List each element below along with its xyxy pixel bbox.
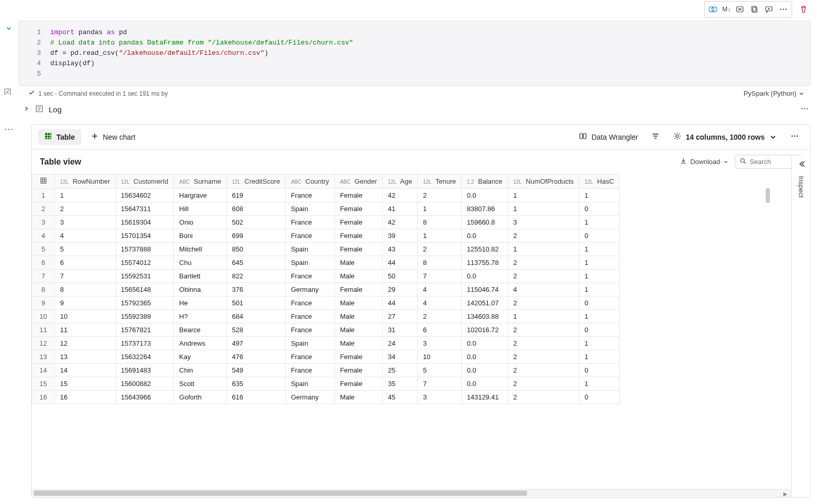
column-header[interactable]: 12L Tenure (417, 174, 461, 189)
table-row[interactable]: 3315619304Onio502FranceFemale428159660.8… (32, 216, 620, 229)
table-row[interactable]: 101015592389H?684FranceMale272134603.881… (32, 310, 620, 323)
copy-icon[interactable] (747, 3, 762, 16)
filter-button[interactable] (646, 129, 665, 145)
table-row[interactable]: 141415691483Chin549FranceFemale2550.020 (32, 364, 620, 377)
svg-rect-17 (48, 136, 50, 138)
column-header[interactable]: ABC Surname (174, 174, 227, 189)
table-row[interactable]: 111115767821Bearce528FranceMale316102016… (32, 323, 620, 337)
more-icon[interactable] (776, 3, 791, 16)
data-wrangler-button[interactable]: Data Wrangler (574, 129, 643, 145)
table-row[interactable]: 5515737888Mitchell850SpainFemale43212551… (32, 243, 620, 256)
data-cell: Female (334, 377, 383, 391)
language-icon[interactable] (706, 3, 720, 16)
table-row[interactable]: 151515600882Scott635SpainFemale3570.021 (32, 377, 620, 391)
collapse-cell-icon[interactable] (5, 25, 12, 34)
column-header[interactable]: 12L CustomerId (115, 174, 174, 189)
horizontal-scrollbar[interactable]: ◀ ▶ (32, 489, 791, 497)
data-cell: 15634602 (115, 189, 174, 202)
data-cell: 0 (579, 202, 620, 216)
data-cell: 39 (383, 229, 418, 243)
column-header[interactable]: 12L Age (383, 174, 418, 189)
data-cell: 0 (579, 391, 620, 404)
data-cell: 15647311 (115, 202, 174, 216)
data-cell: 2 (508, 256, 579, 270)
data-cell: 5 (417, 364, 461, 377)
log-section[interactable]: Log (21, 101, 811, 117)
data-cell: 35 (383, 377, 418, 391)
data-cell: 13 (55, 350, 116, 364)
table-row[interactable]: 161615643966Goforth616GermanyMale4531431… (32, 391, 620, 404)
table-row[interactable]: 9915792365He501FranceMale444142051.0720 (32, 297, 620, 310)
column-header[interactable]: ABC Country (285, 174, 334, 189)
svg-point-1 (712, 7, 717, 12)
index-column-header[interactable] (32, 174, 55, 189)
table-row[interactable]: 131315632264Kay476FranceFemale34100.021 (32, 350, 620, 364)
data-cell: 1 (579, 377, 620, 391)
data-cell: 619 (226, 189, 285, 202)
code-cell[interactable]: 1 2 3 4 5 import pandas as pd # Load dat… (19, 21, 811, 86)
line-gutter: 1 2 3 4 5 (19, 27, 50, 79)
log-more-icon[interactable] (800, 105, 809, 114)
table-row[interactable]: 6615574012Chu645SpainMale448113755.7821 (32, 256, 620, 270)
svg-rect-29 (40, 178, 46, 184)
data-cell: Female (334, 364, 383, 377)
kernel-selector[interactable]: PySpark (Python) (743, 90, 805, 97)
table-row[interactable]: 121215737173Andrews497SpainMale2430.021 (32, 337, 620, 350)
data-cell: France (285, 270, 334, 283)
svg-point-27 (797, 136, 798, 137)
column-header[interactable]: 12L RowNumber (55, 174, 116, 189)
data-cell: Kay (174, 350, 227, 364)
table-scroll-area[interactable]: 12L RowNumber12L CustomerIdABC Surname12… (32, 174, 791, 497)
data-cell: 4 (417, 297, 461, 310)
data-cell: Hargrave (174, 189, 227, 202)
column-header[interactable]: 12L HasC (579, 174, 620, 189)
data-wrangler-label: Data Wrangler (591, 133, 638, 141)
data-cell: 822 (226, 270, 285, 283)
tab-table[interactable]: Table (38, 129, 81, 145)
svg-point-26 (794, 136, 795, 137)
data-cell: Boni (174, 229, 227, 243)
data-cell: Mitchell (174, 243, 227, 256)
markdown-button[interactable]: M↓ (720, 3, 733, 16)
table-row[interactable]: 7715592531Bartlett822FranceMale5070.021 (32, 270, 620, 283)
cell-drag-handle-icon[interactable]: ⋯ (4, 123, 14, 135)
data-cell: 1 (417, 202, 461, 216)
data-cell: 497 (226, 337, 285, 350)
tab-new-chart[interactable]: New chart (84, 129, 142, 145)
table-row[interactable]: 4415701354Boni699FranceFemale3910.020 (32, 229, 620, 243)
column-header[interactable]: ABC Gender (334, 174, 383, 189)
data-cell: He (174, 297, 227, 310)
expand-inspect-icon[interactable] (797, 160, 806, 170)
data-cell: 125510.82 (461, 243, 508, 256)
index-cell: 9 (32, 297, 55, 310)
clear-output-icon[interactable] (733, 3, 747, 16)
data-cell: 645 (226, 256, 285, 270)
table-row[interactable]: 8815656148Obinna376GermanyFemale29411504… (32, 283, 620, 297)
index-cell: 13 (32, 350, 55, 364)
delete-cell-icon[interactable] (796, 3, 811, 16)
table-row[interactable]: 1115634602Hargrave619FranceFemale4220.01… (32, 189, 620, 202)
data-cell: 4 (55, 229, 116, 243)
inspect-rail[interactable]: Inspect (791, 156, 811, 497)
column-header[interactable]: 1.2 Balance (461, 174, 508, 189)
vertical-scrollbar[interactable] (764, 174, 771, 497)
output-more-button[interactable] (785, 129, 804, 145)
column-header[interactable]: 12L CreditScore (226, 174, 285, 189)
svg-rect-19 (45, 138, 47, 139)
data-cell: France (285, 310, 334, 323)
download-button[interactable]: Download (680, 157, 728, 166)
svg-rect-20 (48, 138, 50, 139)
data-cell: Male (334, 323, 383, 337)
code-editor[interactable]: import pandas as pd # Load data into pan… (50, 27, 353, 79)
column-header[interactable]: 12L NumOfProducts (508, 174, 579, 189)
add-comment-icon[interactable] (762, 3, 776, 16)
data-cell: 50 (383, 270, 418, 283)
download-icon (680, 157, 687, 166)
table-row[interactable]: 2215647311Hill608SpainFemale41183807.861… (32, 202, 620, 216)
search-input[interactable] (750, 158, 796, 166)
columns-info-button[interactable]: 14 columns, 1000 rows (668, 129, 782, 145)
expand-log-icon[interactable] (23, 105, 30, 114)
data-cell: Hill (174, 202, 227, 216)
data-cell: Bearce (174, 323, 227, 337)
data-cell: 31 (383, 323, 418, 337)
